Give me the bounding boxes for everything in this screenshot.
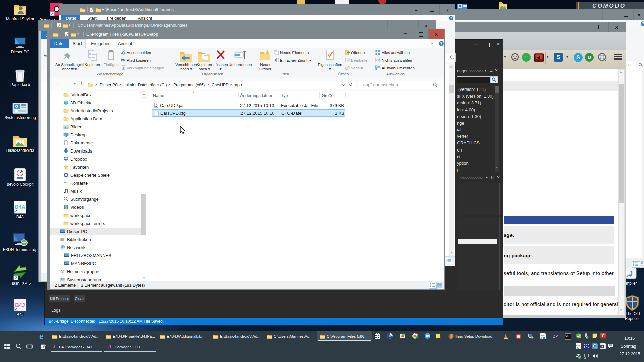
- svg-text:n: n: [542, 334, 544, 337]
- svg-text:W: W: [122, 59, 124, 61]
- svg-text:c2: c2: [576, 346, 579, 349]
- svg-text:c: c: [540, 336, 542, 339]
- svg-text:C:\: C:\: [565, 335, 568, 337]
